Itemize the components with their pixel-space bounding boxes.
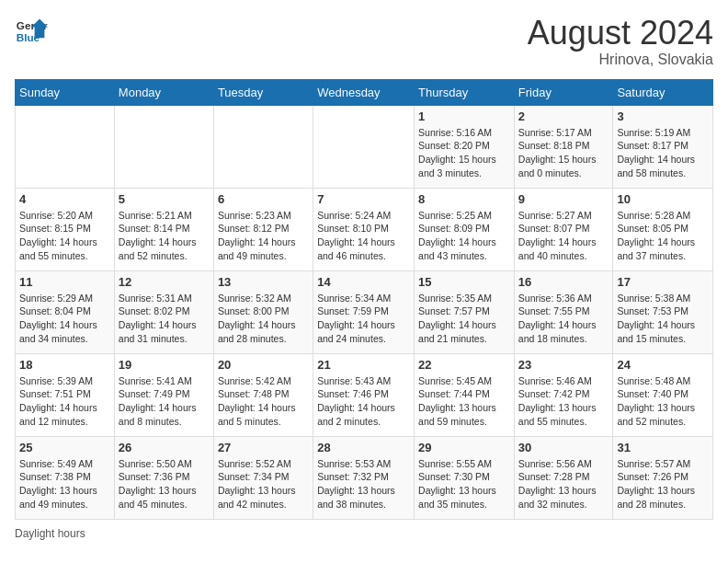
day-number: 7 — [317, 192, 410, 206]
day-number: 21 — [317, 358, 410, 372]
cell-27: 27Sunrise: 5:52 AMSunset: 7:34 PMDayligh… — [213, 436, 313, 519]
day-info: Sunrise: 5:31 AMSunset: 8:02 PMDaylight:… — [119, 292, 210, 346]
day-info: Sunrise: 5:46 AMSunset: 7:42 PMDaylight:… — [518, 374, 609, 429]
cell-17: 17Sunrise: 5:38 AMSunset: 7:53 PMDayligh… — [613, 270, 713, 353]
month-year: August 2024 — [528, 15, 713, 52]
logo-icon: General Blue — [15, 15, 48, 48]
day-number: 2 — [518, 109, 609, 123]
day-info: Sunrise: 5:20 AMSunset: 8:15 PMDaylight:… — [19, 209, 110, 263]
day-info: Sunrise: 5:23 AMSunset: 8:12 PMDaylight:… — [218, 209, 309, 263]
day-info: Sunrise: 5:34 AMSunset: 7:59 PMDaylight:… — [317, 292, 410, 346]
day-info: Sunrise: 5:25 AMSunset: 8:09 PMDaylight:… — [418, 209, 510, 263]
day-number: 18 — [19, 358, 110, 372]
cell-30: 30Sunrise: 5:56 AMSunset: 7:28 PMDayligh… — [514, 436, 613, 519]
cell-10: 10Sunrise: 5:28 AMSunset: 8:05 PMDayligh… — [613, 188, 713, 270]
day-info: Sunrise: 5:56 AMSunset: 7:28 PMDaylight:… — [518, 457, 609, 511]
week-row-5: 25Sunrise: 5:49 AMSunset: 7:38 PMDayligh… — [16, 436, 713, 519]
day-info: Sunrise: 5:29 AMSunset: 8:04 PMDaylight:… — [19, 292, 110, 346]
day-number: 10 — [617, 192, 709, 206]
day-number: 30 — [518, 441, 609, 454]
cell-5: 5Sunrise: 5:21 AMSunset: 8:14 PMDaylight… — [114, 188, 213, 270]
col-header-monday: Monday — [114, 79, 213, 105]
day-number: 12 — [119, 275, 210, 289]
day-number: 1 — [418, 109, 510, 123]
cell-empty — [16, 105, 115, 188]
day-info: Sunrise: 5:36 AMSunset: 7:55 PMDaylight:… — [518, 292, 609, 346]
day-number: 3 — [617, 109, 709, 123]
day-number: 23 — [518, 358, 609, 372]
cell-7: 7Sunrise: 5:24 AMSunset: 8:10 PMDaylight… — [313, 188, 415, 270]
title-block: August 2024 Hrinova, Slovakia — [528, 15, 713, 68]
day-info: Sunrise: 5:17 AMSunset: 8:18 PMDaylight:… — [518, 126, 609, 180]
calendar-table: SundayMondayTuesdayWednesdayThursdayFrid… — [15, 79, 713, 520]
day-info: Sunrise: 5:21 AMSunset: 8:14 PMDaylight:… — [119, 209, 210, 263]
cell-empty — [313, 105, 415, 188]
col-header-thursday: Thursday — [415, 79, 515, 105]
cell-26: 26Sunrise: 5:50 AMSunset: 7:36 PMDayligh… — [114, 436, 213, 519]
day-number: 5 — [119, 192, 210, 206]
day-number: 22 — [418, 358, 510, 372]
day-info: Sunrise: 5:19 AMSunset: 8:17 PMDaylight:… — [617, 126, 709, 180]
calendar-header-row: SundayMondayTuesdayWednesdayThursdayFrid… — [16, 79, 713, 105]
logo: General Blue — [15, 15, 48, 48]
day-info: Sunrise: 5:52 AMSunset: 7:34 PMDaylight:… — [218, 457, 309, 511]
cell-11: 11Sunrise: 5:29 AMSunset: 8:04 PMDayligh… — [16, 270, 115, 353]
day-info: Sunrise: 5:16 AMSunset: 8:20 PMDaylight:… — [418, 126, 510, 180]
day-info: Sunrise: 5:45 AMSunset: 7:44 PMDaylight:… — [418, 374, 510, 429]
day-info: Sunrise: 5:49 AMSunset: 7:38 PMDaylight:… — [19, 457, 110, 511]
day-number: 24 — [617, 358, 709, 372]
day-info: Sunrise: 5:41 AMSunset: 7:49 PMDaylight:… — [119, 374, 210, 429]
col-header-wednesday: Wednesday — [313, 79, 415, 105]
day-info: Sunrise: 5:55 AMSunset: 7:30 PMDaylight:… — [418, 457, 510, 511]
cell-21: 21Sunrise: 5:43 AMSunset: 7:46 PMDayligh… — [313, 353, 415, 436]
day-info: Sunrise: 5:50 AMSunset: 7:36 PMDaylight:… — [119, 457, 210, 511]
cell-22: 22Sunrise: 5:45 AMSunset: 7:44 PMDayligh… — [415, 353, 515, 436]
day-info: Sunrise: 5:43 AMSunset: 7:46 PMDaylight:… — [317, 374, 410, 429]
page-header: General Blue August 2024 Hrinova, Slovak… — [15, 15, 713, 68]
day-number: 25 — [19, 441, 110, 454]
day-number: 27 — [218, 441, 309, 454]
day-number: 28 — [317, 441, 410, 454]
week-row-2: 4Sunrise: 5:20 AMSunset: 8:15 PMDaylight… — [16, 188, 713, 270]
cell-2: 2Sunrise: 5:17 AMSunset: 8:18 PMDaylight… — [514, 105, 613, 188]
cell-6: 6Sunrise: 5:23 AMSunset: 8:12 PMDaylight… — [213, 188, 313, 270]
cell-24: 24Sunrise: 5:48 AMSunset: 7:40 PMDayligh… — [613, 353, 713, 436]
cell-13: 13Sunrise: 5:32 AMSunset: 8:00 PMDayligh… — [213, 270, 313, 353]
day-number: 9 — [518, 192, 609, 206]
day-info: Sunrise: 5:28 AMSunset: 8:05 PMDaylight:… — [617, 209, 709, 263]
day-number: 20 — [218, 358, 309, 372]
day-info: Sunrise: 5:57 AMSunset: 7:26 PMDaylight:… — [617, 457, 709, 511]
day-number: 11 — [19, 275, 110, 289]
day-number: 17 — [617, 275, 709, 289]
day-number: 19 — [119, 358, 210, 372]
day-number: 13 — [218, 275, 309, 289]
cell-8: 8Sunrise: 5:25 AMSunset: 8:09 PMDaylight… — [415, 188, 515, 270]
cell-4: 4Sunrise: 5:20 AMSunset: 8:15 PMDaylight… — [16, 188, 115, 270]
day-info: Sunrise: 5:35 AMSunset: 7:57 PMDaylight:… — [418, 292, 510, 346]
week-row-4: 18Sunrise: 5:39 AMSunset: 7:51 PMDayligh… — [16, 353, 713, 436]
cell-3: 3Sunrise: 5:19 AMSunset: 8:17 PMDaylight… — [613, 105, 713, 188]
cell-empty — [213, 105, 313, 188]
day-number: 14 — [317, 275, 410, 289]
cell-31: 31Sunrise: 5:57 AMSunset: 7:26 PMDayligh… — [613, 436, 713, 519]
day-number: 29 — [418, 441, 510, 454]
cell-12: 12Sunrise: 5:31 AMSunset: 8:02 PMDayligh… — [114, 270, 213, 353]
footer: Daylight hours — [15, 527, 713, 540]
cell-28: 28Sunrise: 5:53 AMSunset: 7:32 PMDayligh… — [313, 436, 415, 519]
cell-9: 9Sunrise: 5:27 AMSunset: 8:07 PMDaylight… — [514, 188, 613, 270]
cell-25: 25Sunrise: 5:49 AMSunset: 7:38 PMDayligh… — [16, 436, 115, 519]
day-number: 15 — [418, 275, 510, 289]
day-number: 26 — [119, 441, 210, 454]
cell-20: 20Sunrise: 5:42 AMSunset: 7:48 PMDayligh… — [213, 353, 313, 436]
day-info: Sunrise: 5:48 AMSunset: 7:40 PMDaylight:… — [617, 374, 709, 429]
day-info: Sunrise: 5:32 AMSunset: 8:00 PMDaylight:… — [218, 292, 309, 346]
day-info: Sunrise: 5:27 AMSunset: 8:07 PMDaylight:… — [518, 209, 609, 263]
cell-29: 29Sunrise: 5:55 AMSunset: 7:30 PMDayligh… — [415, 436, 515, 519]
day-info: Sunrise: 5:53 AMSunset: 7:32 PMDaylight:… — [317, 457, 410, 511]
cell-empty — [114, 105, 213, 188]
cell-14: 14Sunrise: 5:34 AMSunset: 7:59 PMDayligh… — [313, 270, 415, 353]
cell-23: 23Sunrise: 5:46 AMSunset: 7:42 PMDayligh… — [514, 353, 613, 436]
day-number: 31 — [617, 441, 709, 454]
cell-18: 18Sunrise: 5:39 AMSunset: 7:51 PMDayligh… — [16, 353, 115, 436]
cell-15: 15Sunrise: 5:35 AMSunset: 7:57 PMDayligh… — [415, 270, 515, 353]
